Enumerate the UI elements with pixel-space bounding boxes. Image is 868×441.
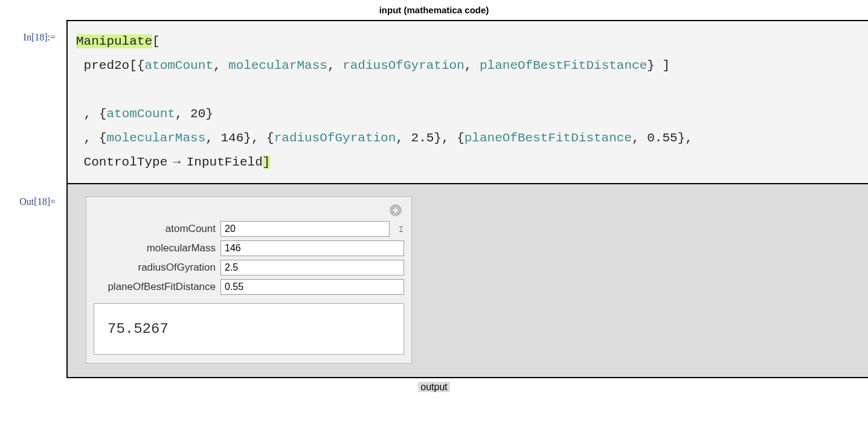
symbol-planeofbestfitdistance: planeOfBestFitDistance xyxy=(465,131,632,145)
input-section-label: input (mathematica code) xyxy=(0,0,868,20)
control-label: planeOfBestFitDistance xyxy=(94,281,220,293)
rule-arrow: → xyxy=(167,154,187,169)
out-cell-label: Out[18]= xyxy=(0,184,66,207)
code-text: , 146} xyxy=(205,131,251,145)
symbol-planeofbestfitdistance: planeOfBestFitDistance xyxy=(480,59,647,72)
molecularmass-input[interactable] xyxy=(220,240,404,256)
manipulate-symbol: Manipulate xyxy=(76,34,152,48)
control-row-radiusofgyration: radiusOfGyration xyxy=(94,260,404,275)
code-text: , { xyxy=(442,131,465,145)
add-controls-icon[interactable]: + xyxy=(390,204,402,216)
code-text: [ xyxy=(152,34,160,48)
radiusofgyration-input[interactable] xyxy=(220,260,404,275)
code-line-3: , {atomCount, 20} xyxy=(76,102,862,126)
code-line-5: ControlType → InputField] xyxy=(76,150,862,175)
symbol-atomcount: atomCount xyxy=(106,107,175,121)
manipulate-header: + xyxy=(94,203,404,221)
code-text: , { xyxy=(251,131,274,145)
code-text: , 2.5} xyxy=(396,131,442,145)
in-cell-label: In[18]:= xyxy=(0,20,66,43)
symbol-molecularmass: molecularMass xyxy=(106,131,205,145)
symbol-radiusofgyration: radiusOfGyration xyxy=(274,131,396,145)
code-text: } ] xyxy=(647,59,670,72)
output-section-label: output xyxy=(0,378,868,396)
text-cursor-icon: 𝙸 xyxy=(398,224,404,234)
code-text: , xyxy=(213,59,228,72)
code-line-2: pred2o[{atomCount, molecularMass, radius… xyxy=(76,54,862,78)
control-row-molecularmass: molecularMass xyxy=(94,240,404,256)
planeofbestfitdistance-input[interactable] xyxy=(220,279,404,295)
code-blank-line xyxy=(76,78,862,102)
notebook: In[18]:= Manipulate[ pred2o[{atomCount, … xyxy=(0,20,868,378)
manipulate-panel: + atomCount 𝙸 molecularMass radiusOfGyra… xyxy=(86,196,412,364)
control-row-atomcount: atomCount 𝙸 xyxy=(94,221,404,237)
code-text: , xyxy=(327,59,342,72)
code-text: , { xyxy=(84,131,107,145)
symbol-atomcount: atomCount xyxy=(144,59,213,72)
code-text: , xyxy=(465,59,480,72)
code-text: , 0.55}, xyxy=(632,131,693,145)
control-label: molecularMass xyxy=(94,242,220,254)
symbol-molecularmass: molecularMass xyxy=(228,59,327,72)
control-label: atomCount xyxy=(94,223,220,235)
code-text: , { xyxy=(84,107,107,121)
atomcount-input[interactable] xyxy=(220,221,390,237)
code-text: pred2o xyxy=(84,59,130,72)
close-bracket: ] xyxy=(263,155,271,169)
code-line-4: , {molecularMass, 146}, {radiusOfGyratio… xyxy=(76,126,862,150)
code-text: , 20} xyxy=(175,107,213,121)
code-text: ControlType xyxy=(84,155,168,169)
manipulate-result: 75.5267 xyxy=(94,303,404,355)
input-cell[interactable]: Manipulate[ pred2o[{atomCount, molecular… xyxy=(66,20,868,184)
output-cell: + atomCount 𝙸 molecularMass radiusOfGyra… xyxy=(66,184,868,378)
code-line-1: Manipulate[ xyxy=(76,30,862,54)
control-label: radiusOfGyration xyxy=(94,262,220,274)
symbol-radiusofgyration: radiusOfGyration xyxy=(342,59,465,72)
code-text: InputField xyxy=(187,155,263,169)
control-row-planeofbestfitdistance: planeOfBestFitDistance xyxy=(94,279,404,295)
code-text: [{ xyxy=(129,59,144,72)
